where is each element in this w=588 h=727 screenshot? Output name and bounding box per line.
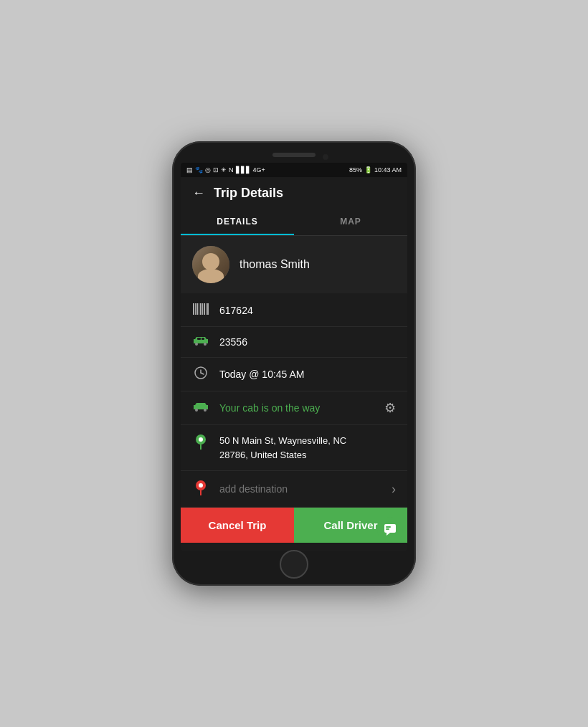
svg-line-15 (201, 373, 204, 374)
driver-photo (192, 246, 229, 283)
driver-row: thomas Smith (181, 236, 407, 293)
photo-icon: ⊡ (213, 166, 219, 174)
svg-point-17 (204, 409, 207, 412)
clock: 10:43 AM (374, 166, 402, 174)
location-icon: ◎ (205, 166, 211, 174)
driver-avatar (192, 246, 229, 283)
status-right: 85% 🔋 10:43 AM (349, 166, 402, 174)
svg-rect-24 (386, 528, 389, 530)
home-button[interactable] (280, 550, 308, 579)
trip-status: Your cab is on the way (219, 402, 320, 414)
status-car-icon (192, 401, 209, 414)
sim-icon: ▤ (186, 166, 193, 174)
svg-rect-11 (197, 338, 201, 340)
clock-icon (192, 366, 209, 382)
svg-rect-22 (384, 524, 396, 533)
trip-content: thomas Smith (181, 236, 407, 551)
svg-rect-5 (202, 303, 203, 315)
trip-time: Today @ 10:45 AM (219, 369, 305, 380)
svg-point-16 (195, 409, 198, 412)
wifi-icon: 🐾 (195, 166, 203, 174)
status-icons: ▤ 🐾 ◎ ⊡ ✳ N ▋▋▋ 4G+ (186, 166, 265, 174)
svg-point-9 (195, 343, 198, 346)
cancel-trip-button[interactable]: Cancel Trip (181, 508, 294, 543)
svg-point-21 (199, 483, 203, 488)
vehicle-id: 23556 (219, 336, 247, 348)
tab-map[interactable]: MAP (294, 209, 407, 235)
battery-percent: 85% (349, 166, 362, 174)
driver-name: thomas Smith (240, 258, 310, 271)
back-button[interactable]: ← (192, 186, 205, 201)
svg-rect-0 (193, 303, 194, 315)
network-type: 4G+ (253, 166, 265, 174)
svg-rect-2 (196, 303, 198, 315)
barcode-icon (192, 303, 209, 318)
svg-rect-8 (207, 303, 209, 315)
svg-point-19 (199, 437, 203, 442)
destination-left: add destination (192, 480, 288, 498)
phone-speaker (272, 153, 316, 157)
vehicle-id-row: 23556 (181, 327, 407, 358)
destination-row[interactable]: add destination › (181, 471, 407, 508)
chevron-right-icon: › (392, 482, 396, 497)
app-bar-title: Trip Details (214, 186, 283, 201)
app-bar: ← Trip Details (181, 177, 407, 209)
pickup-address: 50 N Main St, Waynesville, NC28786, Unit… (219, 434, 346, 462)
svg-rect-7 (206, 303, 207, 315)
phone-camera (323, 154, 328, 160)
svg-rect-4 (200, 303, 201, 315)
status-bar: ▤ 🐾 ◎ ⊡ ✳ N ▋▋▋ 4G+ 85% 🔋 10:43 AM (181, 163, 407, 177)
action-buttons: Cancel Trip Call Driver (181, 508, 407, 543)
pickup-address-row: 50 N Main St, Waynesville, NC28786, Unit… (181, 425, 407, 471)
svg-rect-3 (199, 303, 199, 315)
phone-device: ▤ 🐾 ◎ ⊡ ✳ N ▋▋▋ 4G+ 85% 🔋 10:43 AM ← Tri… (172, 141, 416, 586)
svg-rect-1 (195, 303, 196, 315)
signal-bars: ▋▋▋ (236, 166, 251, 174)
bluetooth-icon: ✳ (221, 166, 227, 174)
svg-rect-23 (386, 526, 391, 528)
gear-icon[interactable]: ⚙ (384, 400, 396, 416)
battery-icon: 🔋 (364, 166, 372, 174)
phone-bottom (181, 551, 407, 577)
destination-placeholder: add destination (219, 483, 288, 495)
phone-screen: ▤ 🐾 ◎ ⊡ ✳ N ▋▋▋ 4G+ 85% 🔋 10:43 AM ← Tri… (181, 163, 407, 551)
destination-pin-icon (192, 480, 209, 498)
svg-rect-6 (204, 303, 205, 315)
tabs-container: DETAILS MAP (181, 209, 407, 236)
svg-point-10 (204, 343, 207, 346)
nfc-icon: N (229, 166, 234, 174)
svg-rect-12 (201, 338, 204, 340)
pickup-pin-icon (192, 434, 209, 452)
status-row: Your cab is on the way ⚙ (181, 391, 407, 425)
time-row: Today @ 10:45 AM (181, 358, 407, 391)
booking-id: 617624 (219, 305, 253, 316)
car-icon (192, 336, 209, 348)
status-left-part: Your cab is on the way (192, 401, 320, 414)
chat-fab-button[interactable] (377, 517, 403, 543)
tab-details[interactable]: DETAILS (181, 209, 294, 235)
booking-id-row: 617624 (181, 295, 407, 327)
